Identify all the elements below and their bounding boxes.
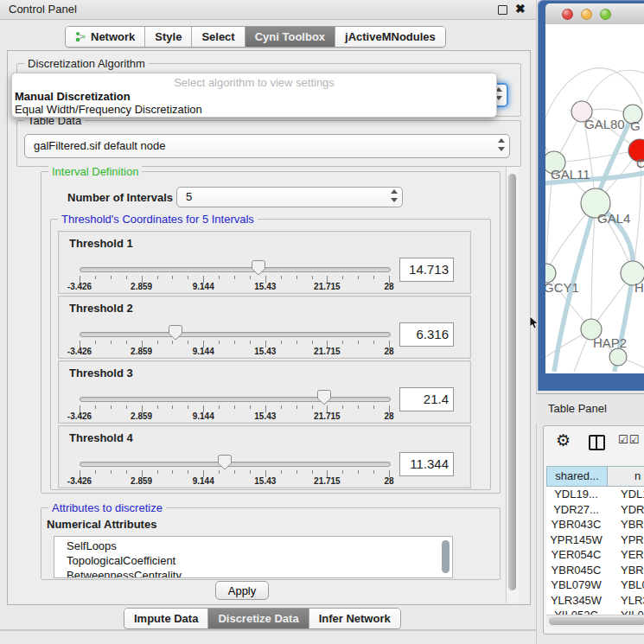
tab-select[interactable]: Select <box>192 27 245 47</box>
table-row[interactable]: YDL19...YDL1 <box>546 487 644 502</box>
apply-button[interactable]: Apply <box>215 581 269 600</box>
algorithm-option[interactable]: Manual Discretization <box>15 90 131 103</box>
interval-definition-group: Interval Definition Number of Intervals … <box>41 171 501 494</box>
cell-name: YPR1 <box>606 532 644 548</box>
table-panel-body: ⚙ ☑☑ shared... n YDL19...YDL1YDR27...YDR… <box>543 425 644 634</box>
tick-mark <box>358 470 359 474</box>
tick-mark <box>281 276 282 279</box>
cell-shared-name: YDR27... <box>546 502 606 518</box>
tick-mark <box>111 405 112 409</box>
threshold-slider-thumb[interactable] <box>317 390 331 408</box>
threshold-slider-track[interactable] <box>80 462 391 467</box>
tick-mark <box>188 276 188 279</box>
cell-name: YLR3 <box>606 593 644 609</box>
cell-shared-name: YDL19... <box>546 487 606 502</box>
slider-tick-labels: -3.4262.8599.14415.4321.71528 <box>80 411 389 422</box>
threshold-value-field[interactable]: 6.316 <box>399 322 454 347</box>
number-of-intervals-combobox[interactable]: 5 <box>176 187 403 207</box>
select-columns-icons[interactable]: ☑☑ <box>618 433 640 446</box>
attribute-item[interactable]: SelfLoops <box>67 539 452 553</box>
tick-mark <box>312 341 313 344</box>
table-row[interactable]: YPR145WYPR1 <box>546 532 644 548</box>
tab-jactivemnodules[interactable]: jActiveMNodules <box>335 27 445 47</box>
table-data-combobox[interactable]: galFiltered.sif default node <box>24 134 510 158</box>
list-scrollbar[interactable] <box>442 540 450 573</box>
tab-impute-data[interactable]: Impute Data <box>124 609 208 628</box>
cell-shared-name: YPR145W <box>546 532 606 548</box>
cell-shared-name: YER054C <box>546 547 606 563</box>
tick-label: 21.715 <box>314 347 341 356</box>
tick-mark <box>219 341 220 344</box>
cell-shared-name: YBR043C <box>546 517 606 532</box>
minimize-traffic-light-icon[interactable] <box>581 9 592 20</box>
table-row[interactable]: YBL079WYBL0 <box>546 577 644 593</box>
tick-mark <box>250 341 251 344</box>
tick-mark <box>95 341 96 344</box>
threshold-slider-track[interactable] <box>80 332 391 337</box>
attribute-item[interactable]: TopologicalCoefficient <box>67 553 452 568</box>
close-icon[interactable]: ✖ <box>515 2 526 16</box>
tab-discretize-data[interactable]: Discretize Data <box>208 609 309 628</box>
numerical-attributes-list[interactable]: SelfLoopsTopologicalCoefficientBetweenne… <box>54 536 453 578</box>
table-panel-titlebar: Table Panel <box>536 393 644 424</box>
float-window-icon[interactable] <box>498 5 507 15</box>
table-row[interactable]: YBR045CYBR0 <box>546 563 644 578</box>
tick-mark <box>250 405 251 409</box>
tick-label: 28 <box>384 476 393 486</box>
network-node-label: G <box>630 118 641 133</box>
tab-label: Infer Network <box>319 609 391 628</box>
tick-mark <box>281 405 282 409</box>
table-row[interactable]: YLR345WYLR3 <box>546 593 644 609</box>
network-node-label: H <box>634 280 644 295</box>
table-hscrollbar-thumb[interactable] <box>549 617 644 625</box>
close-traffic-light-icon[interactable] <box>562 9 573 20</box>
table-row[interactable]: YER054CYER0 <box>546 547 644 563</box>
table-row[interactable]: YIL052CYIL0 <box>546 608 644 615</box>
algorithm-option[interactable]: Equal Width/Frequency Discretization <box>15 103 202 116</box>
threshold-slider-thumb[interactable] <box>169 325 182 343</box>
attribute-item[interactable]: BetweennessCentrality <box>67 568 452 578</box>
threshold-slider-thumb[interactable] <box>218 455 232 473</box>
column-header-shared-name[interactable]: shared... <box>547 467 608 486</box>
cell-shared-name: YBL079W <box>546 577 606 593</box>
control-panel-titlebar: Control Panel ✖ <box>0 0 536 20</box>
threshold-slider-track[interactable] <box>80 267 391 272</box>
tab-style[interactable]: Style <box>145 27 192 47</box>
tick-mark <box>281 341 282 344</box>
split-view-icon[interactable] <box>589 435 605 450</box>
tab-cyni-toolbox[interactable]: Cyni Toolbox <box>245 27 335 47</box>
tick-mark <box>296 341 297 344</box>
table-row[interactable]: YBR043CYBR0 <box>546 517 644 532</box>
control-panel-title: Control Panel <box>9 3 77 16</box>
cell-name: YDL1 <box>606 487 644 502</box>
column-header-name[interactable]: n <box>608 467 644 486</box>
tab-infer-network[interactable]: Infer Network <box>309 609 400 628</box>
network-node[interactable] <box>609 348 627 366</box>
threshold-value-field[interactable]: 11.344 <box>399 452 454 476</box>
tick-mark <box>188 470 188 474</box>
cyni-toolbox-content: Discretization Algorithm Select algorith… <box>7 50 531 605</box>
tick-mark <box>312 276 313 279</box>
settings-scrollbar[interactable] <box>506 167 519 603</box>
tab-network[interactable]: Network <box>66 27 145 47</box>
tick-mark <box>157 470 158 474</box>
tick-mark <box>172 276 173 279</box>
table-row[interactable]: YDR27...YDR2 <box>546 502 644 518</box>
network-node-label: GAL4 <box>597 211 630 226</box>
threshold-slider-track[interactable] <box>80 397 391 402</box>
tick-label: 2.859 <box>131 411 152 421</box>
tick-mark <box>342 470 343 474</box>
network-canvas[interactable]: GAL80GCGAL11GAL4GCY1HHAP2 <box>545 24 644 373</box>
zoom-traffic-light-icon[interactable] <box>600 9 611 20</box>
slider-tick-labels: -3.4262.8599.14415.4321.71528 <box>80 282 389 292</box>
threshold-label: Threshold 3 <box>69 367 133 379</box>
table-hscrollbar[interactable] <box>546 615 644 627</box>
threshold-slider-thumb[interactable] <box>252 260 265 278</box>
gear-icon[interactable]: ⚙ <box>556 430 571 450</box>
tick-mark <box>126 276 127 279</box>
thresholds-group-label: Threshold's Coordinates for 5 Intervals <box>58 213 258 226</box>
settings-scrollbar-thumb[interactable] <box>508 174 516 590</box>
tick-mark <box>111 470 112 474</box>
threshold-value-field[interactable]: 14.713 <box>399 258 454 282</box>
threshold-value-field[interactable]: 21.4 <box>399 387 454 411</box>
